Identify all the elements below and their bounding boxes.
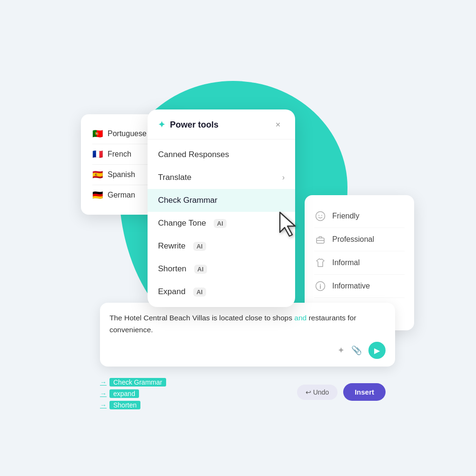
text-highlight-and: and <box>294 314 307 322</box>
ai-badge-change-tone: AI <box>214 219 227 228</box>
menu-item-translate[interactable]: Translate › <box>148 166 295 189</box>
power-tools-panel: ✦ Power tools × Canned Responses Transla… <box>148 109 295 307</box>
tone-label-informal: Informal <box>332 258 360 267</box>
suggestion-expand[interactable]: → expand <box>100 389 166 398</box>
flag-german: 🇩🇪 <box>92 190 103 200</box>
bullet-3: → <box>100 401 107 409</box>
flag-spanish: 🇪🇸 <box>92 169 103 180</box>
sparkle-icon[interactable]: ✦ <box>337 345 345 356</box>
tone-label-friendly: Friendly <box>332 212 359 220</box>
svg-point-1 <box>318 215 319 216</box>
language-label-french: French <box>108 150 131 159</box>
menu-label-translate: Translate <box>158 173 191 182</box>
suggestion-label-check-grammar: Check Grammar <box>109 378 166 387</box>
bullet-1: → <box>100 378 107 386</box>
tone-item-informative[interactable]: Informative <box>314 275 405 298</box>
tone-item-informal[interactable]: Informal <box>314 251 405 275</box>
tone-label-professional: Professional <box>332 235 374 244</box>
menu-label-change-tone: Change Tone <box>158 218 206 228</box>
menu-label-rewrite: Rewrite <box>158 241 186 251</box>
menu-item-left-rewrite: Rewrite AI <box>158 241 206 251</box>
text-actions: ✦ 📎 ▶ <box>109 342 386 359</box>
text-content: The Hotel Central Beach Villas is locate… <box>109 312 386 336</box>
menu-item-left-change-tone: Change Tone AI <box>158 218 227 228</box>
insert-label: Insert <box>355 388 374 396</box>
suggestion-shorten[interactable]: → Shorten <box>100 401 166 409</box>
menu-item-shorten[interactable]: Shorten AI <box>148 258 295 280</box>
chevron-icon: › <box>282 173 285 182</box>
language-label-portuguese: Portuguese <box>108 129 147 138</box>
svg-point-0 <box>316 212 325 221</box>
ai-badge-expand: AI <box>193 288 206 297</box>
menu-label-expand: Expand <box>158 287 186 297</box>
menu-label-check-grammar: Check Grammar <box>158 196 218 205</box>
panel-title: ✦ Power tools <box>158 119 218 130</box>
tone-label-informative: Informative <box>332 282 370 290</box>
menu-item-expand[interactable]: Expand AI <box>148 280 295 303</box>
svg-point-7 <box>320 284 321 285</box>
smiley-icon <box>314 210 327 222</box>
menu-item-left-expand: Expand AI <box>158 287 206 297</box>
undo-label: ↩ Undo <box>306 388 329 396</box>
info-icon <box>314 280 327 292</box>
suggestion-label-shorten: Shorten <box>109 401 140 409</box>
suggestion-check-grammar[interactable]: → Check Grammar <box>100 378 166 387</box>
bottom-actions: ↩ Undo Insert <box>297 383 386 401</box>
menu-item-left-shorten: Shorten AI <box>158 264 207 274</box>
text-before: The Hotel Central Beach Villas is locate… <box>109 314 294 322</box>
menu-item-rewrite[interactable]: Rewrite AI <box>148 235 295 258</box>
menu-label-shorten: Shorten <box>158 264 187 274</box>
text-input-area: The Hotel Central Beach Villas is locate… <box>100 303 395 367</box>
suggestion-label-expand: expand <box>109 389 139 398</box>
insert-button[interactable]: Insert <box>343 383 386 401</box>
panel-menu: Canned Responses Translate › Check Gramm… <box>148 139 295 307</box>
send-icon: ▶ <box>374 346 380 355</box>
paperclip-icon[interactable]: 📎 <box>351 345 362 356</box>
scene: 🇵🇹 Portuguese 🇫🇷 French 🇪🇸 Spanish 🇩🇪 Ge… <box>52 52 424 424</box>
ai-badge-shorten: AI <box>194 265 207 274</box>
bullet-2: → <box>100 390 107 397</box>
flag-french: 🇫🇷 <box>92 149 103 159</box>
menu-item-change-tone[interactable]: Change Tone AI <box>148 212 295 235</box>
panel-header: ✦ Power tools × <box>148 109 295 139</box>
svg-point-2 <box>321 215 322 216</box>
briefcase-icon <box>314 233 327 246</box>
suggestions: → Check Grammar → expand → Shorten <box>100 378 166 409</box>
power-tools-icon: ✦ <box>158 119 165 130</box>
menu-item-canned-responses[interactable]: Canned Responses <box>148 143 295 166</box>
flag-portuguese: 🇵🇹 <box>92 129 103 139</box>
ai-badge-rewrite: AI <box>193 242 206 251</box>
close-button[interactable]: × <box>271 118 285 131</box>
close-icon: × <box>276 120 281 130</box>
shirt-icon <box>314 257 327 269</box>
tone-item-professional[interactable]: Professional <box>314 228 405 251</box>
panel-title-text: Power tools <box>170 120 218 130</box>
language-label-spanish: Spanish <box>108 170 135 179</box>
menu-item-check-grammar[interactable]: Check Grammar <box>148 189 295 212</box>
tone-item-friendly[interactable]: Friendly <box>314 205 405 228</box>
undo-button[interactable]: ↩ Undo <box>297 385 337 400</box>
language-label-german: German <box>108 191 135 199</box>
menu-label-canned-responses: Canned Responses <box>158 150 229 159</box>
send-button[interactable]: ▶ <box>368 342 386 359</box>
